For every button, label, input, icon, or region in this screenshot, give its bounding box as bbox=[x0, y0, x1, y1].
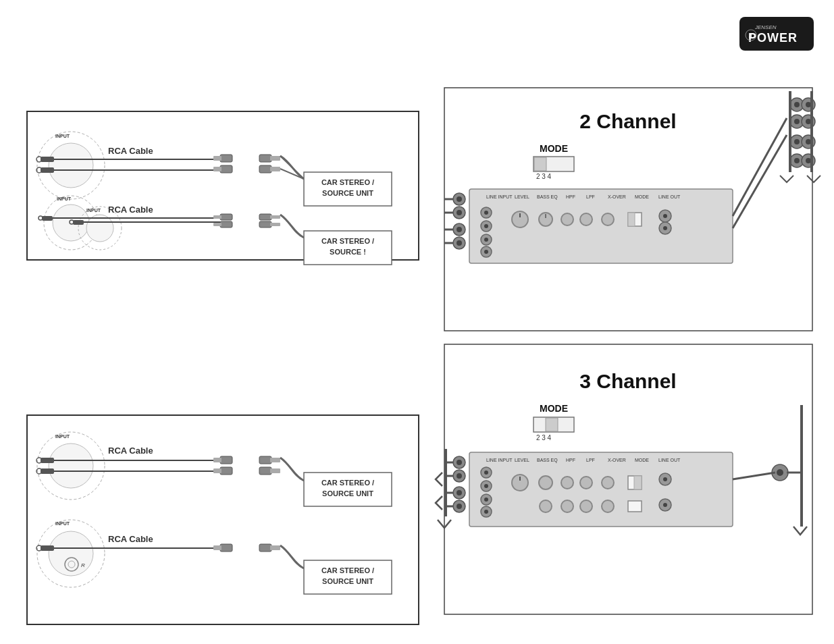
three-channel-box: 3 Channel MODE 2 3 4 LINE INPUT LEVEL BA… bbox=[436, 344, 812, 614]
upper-left-box-1: INPUT RCA Cable CAR STEREO / SOURCE UNIT bbox=[27, 111, 419, 265]
svg-point-129 bbox=[663, 214, 667, 218]
svg-rect-83 bbox=[220, 544, 232, 552]
svg-rect-173 bbox=[469, 452, 733, 527]
two-channel-title: 2 Channel bbox=[579, 110, 676, 132]
svg-point-164 bbox=[457, 473, 462, 479]
svg-point-147 bbox=[806, 139, 811, 144]
svg-rect-127 bbox=[628, 213, 635, 226]
svg-rect-67 bbox=[270, 458, 280, 462]
svg-rect-159 bbox=[546, 418, 558, 431]
rca-label-1: RCA Cable bbox=[108, 146, 153, 156]
svg-rect-41 bbox=[220, 214, 232, 220]
svg-text:LPF: LPF bbox=[586, 458, 595, 462]
svg-point-131 bbox=[663, 226, 667, 230]
svg-rect-18 bbox=[220, 165, 232, 173]
svg-rect-44 bbox=[213, 223, 221, 226]
svg-rect-92 bbox=[534, 157, 546, 171]
svg-point-145 bbox=[794, 139, 800, 144]
svg-point-141 bbox=[794, 119, 800, 124]
svg-text:MODE: MODE bbox=[635, 194, 649, 199]
svg-point-151 bbox=[806, 158, 811, 163]
svg-text:LEVEL: LEVEL bbox=[515, 194, 529, 199]
svg-text:INPUT: INPUT bbox=[55, 134, 70, 138]
svg-rect-47 bbox=[259, 221, 271, 227]
svg-rect-55 bbox=[41, 458, 54, 463]
svg-rect-63 bbox=[213, 458, 221, 462]
svg-text:J: J bbox=[749, 33, 752, 39]
svg-point-95 bbox=[457, 196, 462, 202]
svg-text:SOURCE UNIT: SOURCE UNIT bbox=[322, 577, 373, 585]
svg-point-162 bbox=[457, 460, 462, 465]
svg-rect-66 bbox=[259, 456, 271, 464]
svg-point-143 bbox=[806, 119, 811, 124]
svg-text:LINE INPUT: LINE INPUT bbox=[486, 458, 513, 462]
svg-point-166 bbox=[457, 490, 462, 495]
two-channel-mode-label: MODE bbox=[540, 143, 568, 154]
svg-text:SOURCE UNIT: SOURCE UNIT bbox=[322, 489, 373, 498]
svg-rect-19 bbox=[213, 167, 221, 171]
svg-point-97 bbox=[457, 210, 462, 215]
svg-point-133 bbox=[484, 238, 488, 242]
svg-rect-76 bbox=[41, 545, 54, 551]
svg-point-185 bbox=[484, 484, 488, 488]
source-box-2: CAR STEREO / bbox=[321, 237, 374, 245]
svg-text:SOURCE !: SOURCE ! bbox=[330, 248, 366, 256]
svg-text:JENSEN: JENSEN bbox=[754, 24, 777, 30]
svg-rect-22 bbox=[259, 165, 271, 173]
svg-point-188 bbox=[539, 476, 552, 489]
svg-rect-204 bbox=[628, 501, 642, 512]
svg-point-125 bbox=[602, 213, 614, 225]
svg-point-201 bbox=[561, 500, 573, 512]
svg-rect-65 bbox=[213, 468, 221, 473]
svg-rect-17 bbox=[213, 156, 221, 161]
svg-point-123 bbox=[561, 213, 573, 225]
svg-point-203 bbox=[602, 500, 614, 512]
svg-point-101 bbox=[457, 240, 462, 246]
svg-text:LINE OUT: LINE OUT bbox=[658, 194, 681, 199]
svg-point-195 bbox=[663, 477, 667, 481]
svg-point-99 bbox=[457, 227, 462, 232]
svg-text:INPUT: INPUT bbox=[55, 434, 70, 439]
lower-left-box-1: INPUT RCA Cable CAR STEREO / SOURCE UNIT… bbox=[27, 415, 419, 624]
svg-rect-36 bbox=[73, 220, 84, 225]
svg-point-118 bbox=[484, 224, 488, 228]
svg-point-149 bbox=[794, 158, 800, 163]
svg-rect-62 bbox=[220, 456, 232, 464]
three-channel-title: 3 Channel bbox=[579, 370, 676, 392]
svg-rect-84 bbox=[213, 545, 221, 550]
svg-rect-85 bbox=[259, 544, 271, 552]
svg-point-208 bbox=[777, 469, 783, 476]
svg-rect-69 bbox=[270, 468, 280, 473]
svg-rect-212 bbox=[444, 449, 447, 516]
svg-text:LINE INPUT: LINE INPUT bbox=[486, 194, 513, 199]
svg-rect-10 bbox=[41, 157, 54, 162]
svg-text:CAR STEREO /: CAR STEREO / bbox=[321, 479, 374, 487]
svg-rect-48 bbox=[270, 223, 280, 226]
svg-rect-45 bbox=[259, 214, 271, 220]
svg-rect-68 bbox=[259, 467, 271, 475]
svg-text:HPF: HPF bbox=[566, 194, 575, 199]
svg-rect-34 bbox=[42, 216, 53, 221]
svg-text:SOURCE UNIT: SOURCE UNIT bbox=[322, 189, 373, 197]
source-box-1: CAR STEREO / bbox=[321, 178, 374, 186]
svg-point-135 bbox=[484, 250, 488, 254]
svg-rect-42 bbox=[213, 215, 221, 219]
svg-text:2 3 4: 2 3 4 bbox=[536, 173, 552, 180]
svg-text:RCA Cable: RCA Cable bbox=[108, 534, 153, 544]
svg-rect-20 bbox=[259, 155, 271, 162]
svg-text:R: R bbox=[81, 562, 85, 568]
svg-point-206 bbox=[663, 503, 667, 507]
svg-text:INPUT: INPUT bbox=[57, 196, 72, 201]
svg-point-189 bbox=[561, 477, 573, 489]
svg-point-116 bbox=[484, 211, 488, 215]
svg-rect-153 bbox=[810, 91, 813, 172]
svg-rect-12 bbox=[41, 167, 54, 173]
svg-rect-57 bbox=[41, 468, 54, 474]
svg-rect-106 bbox=[469, 189, 733, 263]
logo: JENSEN POWER J bbox=[739, 17, 814, 51]
svg-point-202 bbox=[580, 500, 592, 512]
svg-point-191 bbox=[602, 477, 614, 489]
svg-text:RCA Cable: RCA Cable bbox=[108, 205, 153, 215]
svg-rect-86 bbox=[270, 545, 280, 550]
svg-text:LEVEL: LEVEL bbox=[515, 458, 529, 462]
